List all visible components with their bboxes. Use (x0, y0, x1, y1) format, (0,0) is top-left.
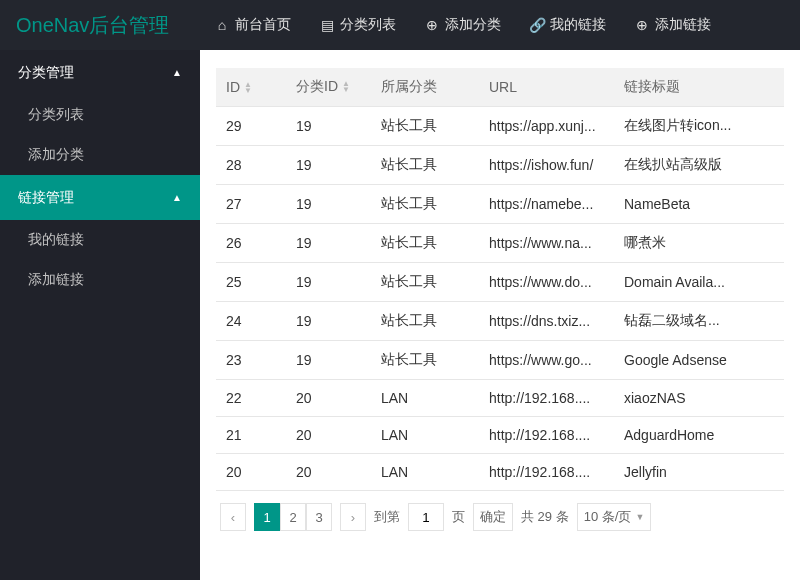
cell-fid: 19 (286, 341, 371, 380)
cell-url: http://192.168.... (479, 454, 614, 491)
nav-home[interactable]: ⌂前台首页 (200, 0, 305, 50)
cell-cat: 站长工具 (371, 146, 479, 185)
col-header-0-label: ID (226, 79, 240, 95)
pager-perpage-select[interactable]: 10 条/页 ▼ (577, 503, 652, 531)
sort-icon: ▲▼ (244, 82, 252, 94)
cell-id: 24 (216, 302, 286, 341)
col-header-1[interactable]: 分类ID▲▼ (286, 68, 371, 107)
col-header-1-label: 分类ID (296, 78, 338, 94)
table-row: 2120LANhttp://192.168....AdguardHome (216, 417, 784, 454)
cell-id: 25 (216, 263, 286, 302)
cell-id: 29 (216, 107, 286, 146)
side-add-link[interactable]: 添加链接 (0, 260, 200, 300)
cell-id: 28 (216, 146, 286, 185)
cell-title: 钻磊二级域名... (614, 302, 784, 341)
cell-url: https://www.do... (479, 263, 614, 302)
nav-add-link-label: 添加链接 (655, 16, 711, 34)
side-category-list[interactable]: 分类列表 (0, 95, 200, 135)
pager-goto-input[interactable] (408, 503, 444, 531)
cell-fid: 19 (286, 302, 371, 341)
side-my-links[interactable]: 我的链接 (0, 220, 200, 260)
cell-id: 21 (216, 417, 286, 454)
nav-home-label: 前台首页 (235, 16, 291, 34)
nav-add-category-label: 添加分类 (445, 16, 501, 34)
cell-title: 在线扒站高级版 (614, 146, 784, 185)
chevron-down-icon: ▼ (635, 512, 644, 522)
col-header-3-label: URL (489, 79, 517, 95)
cell-title: Google Adsense (614, 341, 784, 380)
cell-id: 27 (216, 185, 286, 224)
cell-cat: 站长工具 (371, 185, 479, 224)
col-header-2-label: 所属分类 (381, 78, 437, 94)
col-header-2: 所属分类 (371, 68, 479, 107)
cell-url: https://www.go... (479, 341, 614, 380)
group-link-label: 链接管理 (18, 189, 74, 207)
pager-next[interactable]: › (340, 503, 366, 531)
pager-goto-pre: 到第 (374, 508, 400, 526)
pager-total: 共 29 条 (521, 508, 569, 526)
cell-fid: 19 (286, 224, 371, 263)
nav-add-category[interactable]: ⊕添加分类 (410, 0, 515, 50)
cell-title: 在线图片转icon... (614, 107, 784, 146)
group-link-title[interactable]: 链接管理▲ (0, 175, 200, 220)
cell-url: https://namebe... (479, 185, 614, 224)
col-header-4: 链接标题 (614, 68, 784, 107)
cell-fid: 19 (286, 263, 371, 302)
cell-cat: 站长工具 (371, 224, 479, 263)
chevron-up-icon: ▲ (172, 67, 182, 78)
cell-title: AdguardHome (614, 417, 784, 454)
cell-fid: 19 (286, 107, 371, 146)
nav-category-list-icon: ▤ (319, 17, 335, 33)
nav-my-links-label: 我的链接 (550, 16, 606, 34)
cell-fid: 19 (286, 146, 371, 185)
table-row: 2819站长工具https://ishow.fun/在线扒站高级版 (216, 146, 784, 185)
nav-add-link[interactable]: ⊕添加链接 (620, 0, 725, 50)
table-row: 2220LANhttp://192.168....xiaozNAS (216, 380, 784, 417)
cell-cat: LAN (371, 380, 479, 417)
cell-title: Domain Availa... (614, 263, 784, 302)
cell-title: NameBeta (614, 185, 784, 224)
col-header-3: URL (479, 68, 614, 107)
cell-url: https://ishow.fun/ (479, 146, 614, 185)
pager-page-3[interactable]: 3 (306, 503, 332, 531)
cell-fid: 19 (286, 185, 371, 224)
cell-url: https://www.na... (479, 224, 614, 263)
cell-fid: 20 (286, 454, 371, 491)
chevron-up-icon: ▲ (172, 192, 182, 203)
cell-title: Jellyfin (614, 454, 784, 491)
cell-fid: 20 (286, 380, 371, 417)
nav-my-links-icon: 🔗 (529, 17, 545, 33)
nav-home-icon: ⌂ (214, 17, 230, 33)
cell-url: https://app.xunj... (479, 107, 614, 146)
col-header-4-label: 链接标题 (624, 78, 680, 94)
pager-page-2[interactable]: 2 (280, 503, 306, 531)
group-category-title[interactable]: 分类管理▲ (0, 50, 200, 95)
sort-icon: ▲▼ (342, 81, 350, 93)
col-header-0[interactable]: ID▲▼ (216, 68, 286, 107)
table-row: 2519站长工具https://www.do...Domain Availa..… (216, 263, 784, 302)
table-row: 2719站长工具https://namebe...NameBeta (216, 185, 784, 224)
pager-prev[interactable]: ‹ (220, 503, 246, 531)
cell-title: 哪煮米 (614, 224, 784, 263)
nav-category-list-label: 分类列表 (340, 16, 396, 34)
nav-my-links[interactable]: 🔗我的链接 (515, 0, 620, 50)
cell-id: 20 (216, 454, 286, 491)
pager-confirm[interactable]: 确定 (473, 503, 513, 531)
side-add-category[interactable]: 添加分类 (0, 135, 200, 175)
cell-cat: 站长工具 (371, 263, 479, 302)
cell-id: 22 (216, 380, 286, 417)
table-row: 2619站长工具https://www.na...哪煮米 (216, 224, 784, 263)
cell-cat: 站长工具 (371, 341, 479, 380)
pager-page-1[interactable]: 1 (254, 503, 280, 531)
cell-cat: 站长工具 (371, 302, 479, 341)
cell-url: https://dns.txiz... (479, 302, 614, 341)
nav-add-link-icon: ⊕ (634, 17, 650, 33)
group-category-label: 分类管理 (18, 64, 74, 82)
pager-goto-post: 页 (452, 508, 465, 526)
nav-category-list[interactable]: ▤分类列表 (305, 0, 410, 50)
cell-id: 23 (216, 341, 286, 380)
cell-id: 26 (216, 224, 286, 263)
table-row: 2419站长工具https://dns.txiz...钻磊二级域名... (216, 302, 784, 341)
cell-cat: LAN (371, 454, 479, 491)
pager-perpage-label: 10 条/页 (584, 508, 632, 526)
